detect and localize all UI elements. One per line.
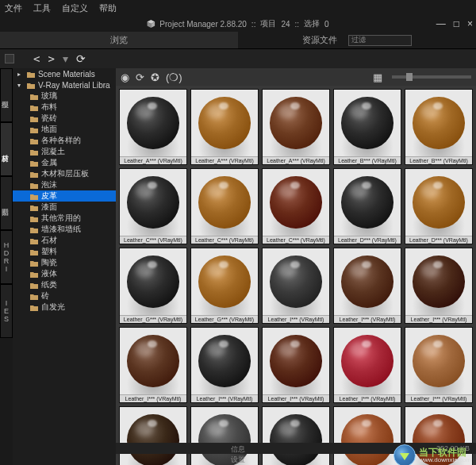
- tree-item[interactable]: 陶瓷: [13, 257, 116, 268]
- footer-info[interactable]: 信息: [231, 444, 245, 455]
- window-close-button[interactable]: ×: [467, 18, 473, 29]
- nav-back-button[interactable]: <: [33, 52, 40, 65]
- side-tab-ies[interactable]: IES: [0, 284, 13, 338]
- material-thumb[interactable]: Leather_I*** (VRayMtl): [262, 248, 330, 324]
- tree-item[interactable]: 泡沫: [13, 179, 116, 190]
- tree-item[interactable]: 金属: [13, 157, 116, 168]
- tree-expand-icon[interactable]: ▸: [17, 71, 24, 78]
- tree-item[interactable]: 各种各样的: [13, 135, 116, 146]
- window-minimize-button[interactable]: —: [436, 18, 446, 29]
- tree-item[interactable]: 自发光: [13, 302, 116, 313]
- material-thumb[interactable]: Leather_C*** (VRayMtl): [119, 168, 187, 244]
- material-thumb[interactable]: Leather_A*** (VRayMtl): [119, 89, 187, 165]
- material-thumb[interactable]: Leather_I*** (VRayMtl): [333, 248, 401, 324]
- material-thumb[interactable]: Leather_I*** (VRayMtl): [333, 327, 401, 403]
- thumb-label: Leather_A*** (VRayMtl): [191, 156, 258, 164]
- material-thumb[interactable]: Leather_C*** (VRayMtl): [190, 168, 259, 244]
- tab-browse[interactable]: 浏览: [0, 32, 238, 48]
- tree-item[interactable]: 混凝土: [13, 146, 116, 157]
- tree-root-vray-library[interactable]: ▾ V-Ray Material Libra: [13, 79, 116, 90]
- folder-icon: [30, 193, 38, 199]
- material-thumb[interactable]: Leather_A*** (VRayMtl): [190, 89, 259, 165]
- thumb-label: Leather_C*** (VRayMtl): [120, 236, 186, 244]
- tree-item[interactable]: 石材: [13, 235, 116, 246]
- footer-settings[interactable]: 设置: [231, 455, 245, 465]
- tab-assets[interactable]: 资源文件 过滤: [238, 32, 476, 48]
- thumb-preview: [263, 328, 329, 394]
- watermark: 当下软件园 www.downxia.com: [393, 444, 471, 465]
- material-thumb[interactable]: Leather_I*** (VRayMtl): [405, 248, 473, 324]
- tree-collapse-icon[interactable]: ▾: [17, 82, 24, 89]
- sphere-render-icon[interactable]: ◉: [121, 71, 129, 83]
- material-thumb[interactable]: Leather_A*** (VRayMtl): [262, 89, 330, 165]
- menu-help[interactable]: 帮助: [99, 2, 117, 14]
- thumb-preview: [405, 90, 472, 156]
- material-thumb[interactable]: Leather_I*** (VRayMtl): [190, 327, 259, 403]
- material-thumb[interactable]: Leather_I*** (VRayMtl): [405, 327, 473, 403]
- watermark-url: www.downxia.com: [419, 457, 471, 463]
- tree-label: 地面: [41, 124, 57, 135]
- tree-item[interactable]: 纸类: [13, 279, 116, 290]
- refresh-icon[interactable]: ⟳: [136, 71, 144, 83]
- side-tab-hdri[interactable]: HDRI: [0, 230, 13, 284]
- tree-item[interactable]: 塑料: [13, 246, 116, 257]
- watermark-logo: [393, 444, 416, 465]
- filter-input[interactable]: 过滤: [348, 35, 412, 46]
- tree-item[interactable]: 砖: [13, 290, 116, 302]
- view-mode-icon[interactable]: ▦: [373, 71, 382, 83]
- material-thumb[interactable]: Leather_D*** (VRayMtl): [333, 168, 401, 244]
- tree-item[interactable]: 木材和层压板: [13, 168, 116, 179]
- thumb-preview: [191, 169, 258, 236]
- material-thumb[interactable]: Leather_C*** (VRayMtl): [262, 168, 330, 244]
- menu-tools[interactable]: 工具: [33, 2, 51, 14]
- tree-item[interactable]: 墙漆和墙纸: [13, 224, 116, 235]
- tree-label: 墙漆和墙纸: [41, 224, 81, 235]
- tree-item[interactable]: 液体: [13, 268, 116, 279]
- menu-custom[interactable]: 自定义: [62, 2, 88, 14]
- tree-item[interactable]: 布料: [13, 102, 116, 113]
- material-thumb[interactable]: Leather_B*** (VRayMtl): [405, 89, 473, 165]
- tree-label: 瓷砖: [41, 113, 57, 124]
- material-sphere: [198, 256, 251, 308]
- tree-item[interactable]: 皮革: [13, 190, 116, 202]
- material-thumb[interactable]: Leather_I*** (VRayMtl): [333, 406, 401, 465]
- material-thumb[interactable]: Leather_I*** (VRayMtl): [262, 327, 330, 403]
- tree-label: 石材: [41, 235, 57, 246]
- material-thumb[interactable]: Leather_I*** (VRayMtl): [262, 406, 330, 465]
- menu-file[interactable]: 文件: [5, 2, 22, 14]
- tree-item[interactable]: 瓷砖: [13, 113, 116, 124]
- refresh-button[interactable]: ⟳: [76, 52, 86, 65]
- side-tab-material[interactable]: 材质: [0, 122, 13, 176]
- material-thumb[interactable]: Leather_I*** (VRayMtl): [119, 327, 187, 403]
- side-tab-texture[interactable]: 贴图: [0, 176, 13, 230]
- material-thumb[interactable]: Leather_L*** (VRayMtl): [190, 406, 259, 465]
- tree-item[interactable]: 其他常用的: [13, 213, 116, 224]
- tree-root-scene-materials[interactable]: ▸ Scene Materials: [13, 68, 116, 79]
- option-icon[interactable]: (❍): [166, 71, 182, 83]
- material-thumb[interactable]: Leather_D*** (VRayMtl): [405, 168, 473, 244]
- nav-forward-button[interactable]: >: [48, 52, 54, 65]
- titlebar: Project Manager 2.88.20 :: 项目 24 :: 选择 0…: [0, 16, 476, 32]
- tree-label: 各种各样的: [41, 135, 81, 146]
- thumb-size-slider[interactable]: [392, 75, 471, 79]
- tree-label: 漆面: [41, 202, 57, 213]
- thumb-preview: [334, 90, 401, 156]
- material-thumb[interactable]: Leather_G*** (VRayMtl): [119, 248, 187, 324]
- material-sphere: [198, 176, 251, 229]
- tree-label: 木材和层压板: [41, 168, 89, 179]
- thumb-preview: [334, 169, 401, 236]
- material-sphere: [270, 176, 322, 229]
- thumb-preview: [334, 248, 401, 315]
- side-tab-model[interactable]: 模型: [0, 68, 13, 122]
- thumb-label: Leather_G*** (VRayMtl): [191, 315, 258, 323]
- material-thumb[interactable]: Leather_G*** (VRayMtl): [190, 248, 259, 324]
- globe-icon[interactable]: ✪: [151, 71, 159, 83]
- window-maximize-button[interactable]: □: [454, 18, 459, 29]
- tree-item[interactable]: 地面: [13, 124, 116, 135]
- material-thumb[interactable]: Leather_B*** (VRayMtl): [333, 89, 401, 165]
- ps-icon[interactable]: [5, 54, 14, 63]
- tree-item[interactable]: 玻璃: [13, 90, 116, 102]
- tree-item[interactable]: 漆面: [13, 202, 116, 213]
- proj-count: 24: [281, 20, 290, 29]
- material-thumb[interactable]: Leather_K*** (VRayMtl): [119, 406, 187, 465]
